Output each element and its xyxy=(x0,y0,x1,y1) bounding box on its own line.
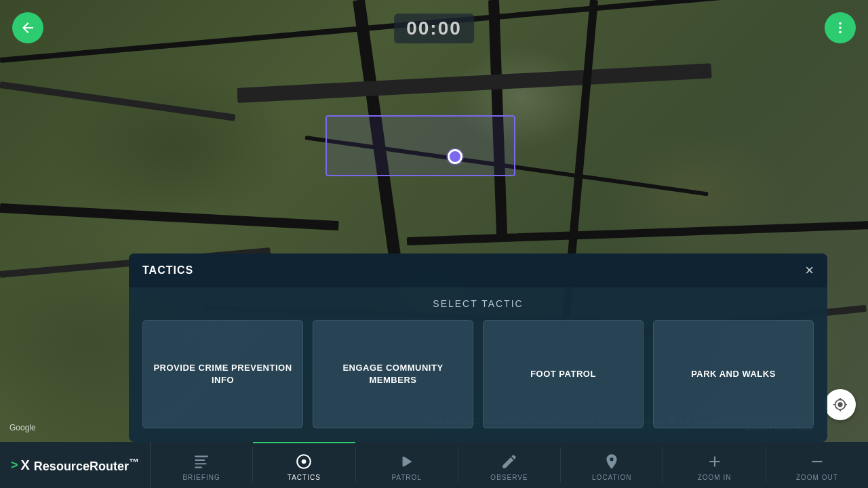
tactic-card-park-walks[interactable]: PARK AND WALKS xyxy=(653,320,814,428)
tactic-card-label-crime-prevention: PROVIDE CRIME PREVENTION INFO xyxy=(151,362,294,386)
bottom-navigation: > X ResourceRouter™ BRIEFINGTACTICSPATRO… xyxy=(0,442,868,488)
nav-item-patrol[interactable]: PATROL xyxy=(356,442,458,488)
patrol-icon xyxy=(398,453,416,474)
location-marker xyxy=(448,149,462,164)
nav-item-observe[interactable]: OBSERVE xyxy=(458,442,560,488)
nav-item-label-tactics: TACTICS xyxy=(288,474,321,481)
back-button[interactable] xyxy=(12,12,43,43)
nav-item-tactics[interactable]: TACTICS xyxy=(253,442,355,488)
tactic-card-label-community: ENGAGE COMMUNITY MEMBERS xyxy=(321,362,465,386)
tactics-modal-title: TACTICS xyxy=(142,264,193,277)
brand-section: > X ResourceRouter™ xyxy=(0,442,151,488)
nav-item-label-zoom-in: ZOOM IN xyxy=(698,474,732,481)
timer-display: 00:00 xyxy=(394,14,474,43)
back-arrow-icon xyxy=(20,20,36,36)
more-options-button[interactable] xyxy=(825,12,856,43)
svg-point-0 xyxy=(839,22,842,25)
nav-item-label-location: LOCATION xyxy=(592,474,631,481)
nav-item-zoom-in[interactable]: ZOOM IN xyxy=(663,442,765,488)
tactics-modal: TACTICS × SELECT TACTIC PROVIDE CRIME PR… xyxy=(129,253,827,442)
svg-point-1 xyxy=(839,26,842,29)
observe-icon xyxy=(500,453,518,474)
location-icon xyxy=(603,453,620,474)
nav-item-label-observe: OBSERVE xyxy=(490,474,528,481)
brand-name: ResourceRouter™ xyxy=(34,456,139,474)
tactics-modal-body: SELECT TACTIC PROVIDE CRIME PREVENTION I… xyxy=(129,287,827,442)
nav-item-briefing[interactable]: BRIEFING xyxy=(151,442,252,488)
brand-chevrons: > xyxy=(11,458,18,472)
svg-rect-6 xyxy=(195,467,202,468)
recenter-button[interactable] xyxy=(825,389,856,420)
nav-items-container: BRIEFINGTACTICSPATROLOBSERVELOCATIONZOOM… xyxy=(151,442,868,488)
tactic-cards-grid: PROVIDE CRIME PREVENTION INFOENGAGE COMM… xyxy=(142,320,814,428)
svg-point-7 xyxy=(302,460,307,464)
tactic-card-label-park-walks: PARK AND WALKS xyxy=(691,368,776,380)
select-tactic-label: SELECT TACTIC xyxy=(142,298,814,309)
briefing-icon xyxy=(193,453,210,474)
brand-tm: ™ xyxy=(129,456,139,468)
tactics-modal-header: TACTICS × xyxy=(129,253,827,287)
google-watermark: Google xyxy=(9,423,36,432)
nav-item-label-briefing: BRIEFING xyxy=(182,474,220,481)
zoom-in-icon xyxy=(706,453,724,474)
svg-rect-3 xyxy=(195,455,208,457)
nav-item-label-zoom-out: ZOOM OUT xyxy=(796,474,838,481)
nav-item-label-patrol: PATROL xyxy=(391,474,422,481)
more-dots-icon xyxy=(833,20,848,35)
zoom-out-icon xyxy=(808,453,826,474)
brand-x: X xyxy=(21,458,30,473)
patrol-zone-overlay xyxy=(326,115,515,176)
tactic-card-crime-prevention[interactable]: PROVIDE CRIME PREVENTION INFO xyxy=(142,320,303,428)
tactics-close-button[interactable]: × xyxy=(805,263,814,278)
tactic-card-community[interactable]: ENGAGE COMMUNITY MEMBERS xyxy=(313,320,473,428)
svg-rect-8 xyxy=(402,456,403,466)
nav-item-location[interactable]: LOCATION xyxy=(561,442,663,488)
recenter-icon xyxy=(833,397,848,412)
tactic-card-label-foot-patrol: FOOT PATROL xyxy=(530,368,596,380)
svg-rect-5 xyxy=(195,463,206,464)
tactic-card-foot-patrol[interactable]: FOOT PATROL xyxy=(483,320,644,428)
svg-point-2 xyxy=(839,31,842,34)
tactics-icon xyxy=(295,453,313,474)
svg-rect-4 xyxy=(195,460,205,461)
nav-item-zoom-out[interactable]: ZOOM OUT xyxy=(766,442,868,488)
brand-name-text: ResourceRouter xyxy=(34,460,129,473)
